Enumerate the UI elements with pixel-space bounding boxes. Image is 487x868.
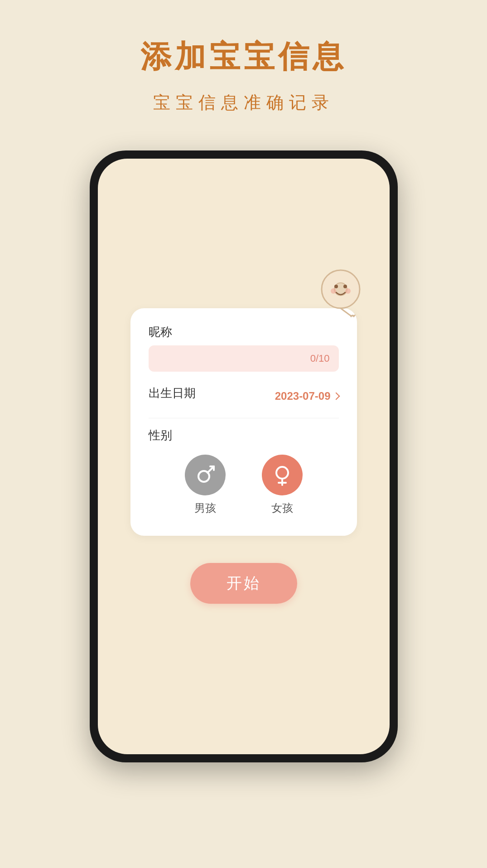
form-card: 昵称 0/10 出生日期 2023-07-09 性别 — [130, 308, 357, 536]
gender-options: 男孩 女孩 — [149, 455, 339, 515]
male-label: 男孩 — [194, 501, 216, 515]
female-label: 女孩 — [271, 501, 293, 515]
gender-section: 性别 男孩 — [149, 427, 339, 515]
birthday-value: 2023-07-09 — [275, 390, 331, 402]
gender-female-option[interactable]: 女孩 — [262, 455, 303, 515]
toilet-paper-mascot — [313, 263, 368, 317]
male-icon — [185, 455, 226, 495]
phone-screen: 昵称 0/10 出生日期 2023-07-09 性别 — [98, 159, 390, 754]
nickname-field: 昵称 0/10 — [149, 324, 339, 372]
phone-frame: 昵称 0/10 出生日期 2023-07-09 性别 — [90, 150, 398, 762]
svg-point-2 — [334, 285, 338, 288]
svg-point-5 — [345, 288, 351, 294]
start-button[interactable]: 开始 — [190, 563, 297, 604]
char-count: 0/10 — [310, 353, 330, 364]
svg-point-4 — [331, 288, 336, 294]
page-title: 添加宝宝信息 — [140, 36, 347, 78]
start-button-wrapper: 开始 — [190, 563, 297, 604]
nickname-label: 昵称 — [149, 324, 339, 340]
birthday-value-container: 2023-07-09 — [275, 390, 339, 402]
gender-male-option[interactable]: 男孩 — [185, 455, 226, 515]
birthday-label: 出生日期 — [149, 385, 196, 401]
svg-point-3 — [343, 285, 347, 288]
page-subtitle: 宝宝信息准确记录 — [153, 91, 334, 114]
chevron-right-icon — [332, 392, 340, 400]
gender-label: 性别 — [149, 427, 339, 443]
svg-point-10 — [276, 467, 288, 479]
nickname-input[interactable]: 0/10 — [149, 345, 339, 372]
svg-line-7 — [207, 466, 214, 473]
female-icon — [262, 455, 303, 495]
birthday-row[interactable]: 出生日期 2023-07-09 — [149, 385, 339, 418]
